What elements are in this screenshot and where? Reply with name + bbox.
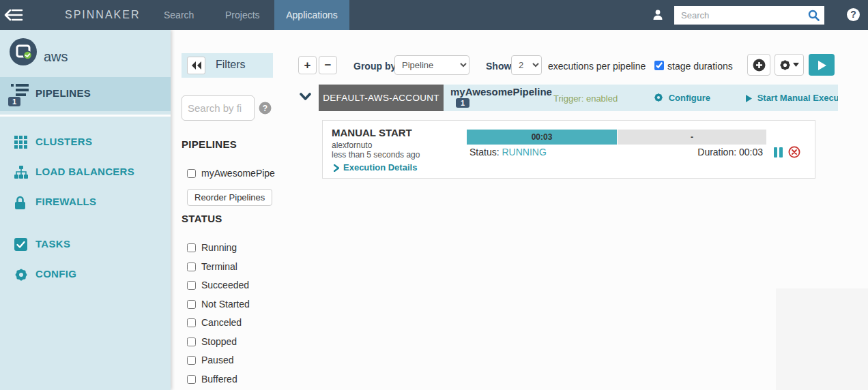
status-stopped-checkbox[interactable] (187, 338, 196, 346)
filter-search-input[interactable] (182, 95, 255, 121)
pipeline-group-header: myAwesomePipeline 1 Trigger: enabled Con… (444, 85, 838, 111)
application-icon (10, 38, 37, 68)
sidebar-item-load-balancers[interactable]: LOAD BALANCERS (0, 159, 171, 186)
tasks-check-icon (14, 238, 27, 254)
sidebar: aws 1 PIPELINES (0, 30, 171, 390)
clusters-icon (14, 136, 27, 151)
execution-user: alexfornuto (332, 140, 372, 150)
brand-logo[interactable]: SPINNAKER (65, 0, 140, 30)
config-gear-icon (14, 268, 28, 284)
status-checkbox-row[interactable]: Running (187, 242, 237, 253)
caret-down-icon (793, 59, 799, 70)
group-by-label: Group by (353, 61, 396, 72)
pipeline-name[interactable]: myAwesomePipeline (450, 86, 552, 97)
filters-header: Filters (182, 53, 273, 78)
filter-pipeline-checkbox-row[interactable]: myAwesomePipe (187, 168, 275, 179)
filter-help-icon[interactable]: ? (259, 102, 272, 117)
load-balancers-icon (14, 166, 28, 181)
create-pipeline-button[interactable] (747, 54, 770, 76)
status-checkbox-row[interactable]: Stopped (187, 336, 237, 347)
firewall-lock-icon (14, 196, 26, 212)
plus-circle-icon (753, 59, 766, 70)
reorder-pipelines-button[interactable]: Reorder Pipelines (187, 189, 272, 206)
execution-trigger-title: MANUAL START (332, 127, 412, 138)
sidebar-item-tasks[interactable]: TASKS (0, 231, 171, 258)
show-count-select[interactable]: 2 (511, 55, 542, 75)
nav-applications-tab[interactable]: Applications (274, 0, 349, 30)
application-name: aws (44, 49, 68, 65)
execution-card: MANUAL START alexfornuto less than 5 sec… (322, 120, 815, 179)
svg-text:?: ? (263, 104, 267, 113)
status-value: RUNNING (502, 147, 546, 158)
status-checkbox-row[interactable]: Paused (187, 355, 233, 365)
nav-search-link[interactable]: Search (164, 0, 194, 30)
status-checkbox-row[interactable]: Buffered (187, 374, 237, 385)
filter-pipelines-heading: PIPELINES (182, 138, 237, 150)
settings-dropdown-button[interactable] (775, 54, 804, 76)
status-checkbox-row[interactable]: Succeeded (187, 280, 249, 290)
status-checkbox-row[interactable]: Not Started (187, 299, 250, 310)
user-icon[interactable] (652, 9, 663, 23)
play-small-icon (746, 94, 755, 104)
pipeline-checkbox[interactable] (187, 169, 196, 178)
application-header: aws (0, 37, 171, 80)
sidebar-item-firewalls[interactable]: FIREWALLS (0, 189, 171, 216)
execution-duration: Duration: 00:03 (691, 147, 763, 158)
spinnaker-app: SPINNAKER Search Projects Applications ? (0, 0, 868, 390)
collapse-all-button[interactable]: − (319, 56, 337, 74)
global-search (674, 6, 824, 25)
group-by-select[interactable]: Pipeline (394, 55, 469, 75)
account-tag: DEFAULT-AWS-ACCOUNT (319, 85, 444, 111)
execution-status: Status: RUNNING (469, 147, 547, 158)
stage-bar-running[interactable]: 00:03 (467, 130, 617, 145)
start-execution-toolbar-button[interactable] (809, 54, 835, 76)
notification-ghost (776, 288, 868, 390)
filter-status-heading: STATUS (182, 213, 222, 224)
global-search-input[interactable] (674, 6, 824, 25)
status-running-checkbox[interactable] (187, 243, 196, 252)
status-checkbox-row[interactable]: Terminal (187, 261, 237, 272)
pipelines-icon: 1 (10, 84, 30, 104)
status-checkbox-row[interactable]: Canceled (187, 317, 242, 328)
executions-per-pipeline-text: executions per pipeline (548, 61, 646, 72)
status-canceled-checkbox[interactable] (187, 318, 196, 327)
collapse-menu-icon[interactable] (3, 7, 24, 22)
pause-execution-icon[interactable] (774, 147, 785, 158)
status-succeeded-checkbox[interactable] (187, 281, 196, 290)
sidebar-item-config[interactable]: CONFIG (0, 261, 171, 288)
execution-details-link[interactable]: Execution Details (334, 162, 417, 172)
stage-durations-checkbox[interactable] (654, 61, 664, 70)
execution-count-badge: 1 (456, 98, 469, 108)
trigger-status: Trigger: enabled (553, 93, 618, 104)
nav-projects-link[interactable]: Projects (225, 0, 260, 30)
stage-bar-pending[interactable]: - (618, 130, 766, 145)
sidebar-item-pipelines[interactable]: 1 PIPELINES (0, 77, 171, 111)
pipelines-count-badge: 1 (8, 97, 20, 106)
sidebar-divider (0, 115, 171, 117)
status-not-started-checkbox[interactable] (187, 300, 196, 309)
status-buffered-checkbox[interactable] (187, 375, 196, 384)
gear-icon (779, 59, 794, 70)
help-icon[interactable]: ? (847, 8, 860, 21)
start-manual-execution-link[interactable]: Start Manual Execution (746, 93, 838, 104)
group-chevron-down-icon[interactable] (300, 91, 311, 104)
cancel-execution-icon[interactable] (788, 146, 800, 161)
search-icon[interactable] (808, 10, 820, 24)
sidebar-item-clusters[interactable]: CLUSTERS (0, 129, 171, 156)
collapse-filters-button[interactable] (187, 57, 205, 74)
chevron-right-icon (334, 164, 339, 172)
status-paused-checkbox[interactable] (187, 356, 196, 365)
play-icon (818, 59, 826, 70)
filters-title: Filters (216, 59, 246, 71)
top-nav: SPINNAKER Search Projects Applications ? (0, 0, 868, 30)
show-label: Show (486, 61, 511, 72)
execution-time-ago: less than 5 seconds ago (332, 150, 420, 160)
expand-all-button[interactable]: + (298, 56, 317, 74)
status-terminal-checkbox[interactable] (187, 262, 196, 271)
stage-durations-label: stage durations (667, 61, 733, 72)
configure-gear-icon (654, 94, 666, 104)
configure-pipeline-link[interactable]: Configure (654, 93, 710, 104)
